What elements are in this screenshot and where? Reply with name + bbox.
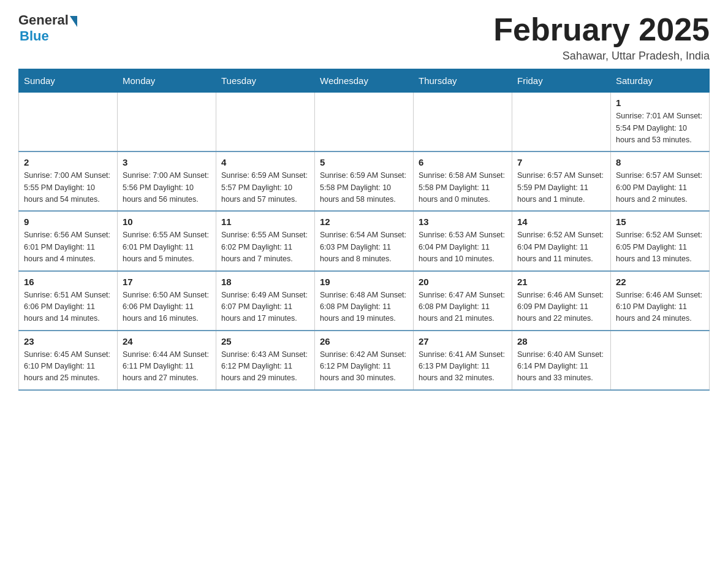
calendar-week-row: 9Sunrise: 6:56 AM Sunset: 6:01 PM Daylig… <box>19 211 710 270</box>
day-info: Sunrise: 6:52 AM Sunset: 6:05 PM Dayligh… <box>616 229 704 265</box>
day-info: Sunrise: 6:42 AM Sunset: 6:12 PM Dayligh… <box>320 349 408 385</box>
day-of-week-header: Wednesday <box>315 69 414 93</box>
day-info: Sunrise: 6:49 AM Sunset: 6:07 PM Dayligh… <box>221 289 309 325</box>
calendar-cell <box>216 93 315 152</box>
day-info: Sunrise: 6:59 AM Sunset: 5:58 PM Dayligh… <box>320 170 408 205</box>
day-info: Sunrise: 6:43 AM Sunset: 6:12 PM Dayligh… <box>221 349 309 385</box>
calendar-cell: 10Sunrise: 6:55 AM Sunset: 6:01 PM Dayli… <box>118 211 216 270</box>
calendar-cell: 26Sunrise: 6:42 AM Sunset: 6:12 PM Dayli… <box>315 331 414 390</box>
calendar-cell: 11Sunrise: 6:55 AM Sunset: 6:02 PM Dayli… <box>216 211 315 270</box>
logo: General Blue <box>18 12 77 44</box>
month-title: February 2025 <box>493 12 710 47</box>
day-info: Sunrise: 6:54 AM Sunset: 6:03 PM Dayligh… <box>320 229 408 265</box>
day-info: Sunrise: 6:44 AM Sunset: 6:11 PM Dayligh… <box>123 349 211 385</box>
calendar-cell: 3Sunrise: 7:00 AM Sunset: 5:56 PM Daylig… <box>118 151 216 211</box>
calendar-cell: 12Sunrise: 6:54 AM Sunset: 6:03 PM Dayli… <box>315 211 414 270</box>
day-info: Sunrise: 7:00 AM Sunset: 5:55 PM Dayligh… <box>24 170 112 205</box>
calendar-cell: 20Sunrise: 6:47 AM Sunset: 6:08 PM Dayli… <box>414 271 512 331</box>
day-number: 21 <box>517 277 605 287</box>
calendar-week-row: 1Sunrise: 7:01 AM Sunset: 5:54 PM Daylig… <box>19 93 710 152</box>
calendar-cell: 4Sunrise: 6:59 AM Sunset: 5:57 PM Daylig… <box>216 151 315 211</box>
logo-general-text: General <box>18 12 69 28</box>
calendar-cell: 21Sunrise: 6:46 AM Sunset: 6:09 PM Dayli… <box>512 271 611 331</box>
calendar-cell: 2Sunrise: 7:00 AM Sunset: 5:55 PM Daylig… <box>19 151 118 211</box>
day-info: Sunrise: 6:55 AM Sunset: 6:02 PM Dayligh… <box>221 229 309 265</box>
day-info: Sunrise: 6:56 AM Sunset: 6:01 PM Dayligh… <box>24 229 112 265</box>
day-info: Sunrise: 6:48 AM Sunset: 6:08 PM Dayligh… <box>320 289 408 325</box>
location-text: Sahawar, Uttar Pradesh, India <box>493 50 710 63</box>
day-number: 28 <box>517 336 605 347</box>
calendar-cell: 23Sunrise: 6:45 AM Sunset: 6:10 PM Dayli… <box>19 331 118 390</box>
calendar-cell: 19Sunrise: 6:48 AM Sunset: 6:08 PM Dayli… <box>315 271 414 331</box>
day-number: 17 <box>123 277 211 287</box>
calendar-cell: 15Sunrise: 6:52 AM Sunset: 6:05 PM Dayli… <box>611 211 710 270</box>
calendar-cell: 5Sunrise: 6:59 AM Sunset: 5:58 PM Daylig… <box>315 151 414 211</box>
day-info: Sunrise: 6:57 AM Sunset: 6:00 PM Dayligh… <box>616 170 704 205</box>
day-info: Sunrise: 7:00 AM Sunset: 5:56 PM Dayligh… <box>123 170 211 205</box>
day-info: Sunrise: 6:40 AM Sunset: 6:14 PM Dayligh… <box>517 349 605 385</box>
day-info: Sunrise: 6:41 AM Sunset: 6:13 PM Dayligh… <box>419 349 507 385</box>
day-info: Sunrise: 6:52 AM Sunset: 6:04 PM Dayligh… <box>517 229 605 265</box>
day-number: 2 <box>24 157 112 167</box>
calendar-cell: 7Sunrise: 6:57 AM Sunset: 5:59 PM Daylig… <box>512 151 611 211</box>
calendar-week-row: 2Sunrise: 7:00 AM Sunset: 5:55 PM Daylig… <box>19 151 710 211</box>
day-info: Sunrise: 6:57 AM Sunset: 5:59 PM Dayligh… <box>517 170 605 205</box>
calendar-cell: 18Sunrise: 6:49 AM Sunset: 6:07 PM Dayli… <box>216 271 315 331</box>
day-info: Sunrise: 6:47 AM Sunset: 6:08 PM Dayligh… <box>419 289 507 325</box>
calendar-cell: 1Sunrise: 7:01 AM Sunset: 5:54 PM Daylig… <box>611 93 710 152</box>
day-number: 25 <box>221 336 309 347</box>
day-number: 16 <box>24 277 112 287</box>
calendar-cell <box>512 93 611 152</box>
day-info: Sunrise: 6:51 AM Sunset: 6:06 PM Dayligh… <box>24 289 112 325</box>
day-number: 14 <box>517 216 605 227</box>
day-of-week-header: Tuesday <box>216 69 315 93</box>
day-number: 23 <box>24 336 112 347</box>
day-info: Sunrise: 6:46 AM Sunset: 6:10 PM Dayligh… <box>616 289 704 325</box>
day-number: 7 <box>517 157 605 167</box>
day-number: 6 <box>419 157 507 167</box>
calendar-cell <box>414 93 512 152</box>
calendar-week-row: 23Sunrise: 6:45 AM Sunset: 6:10 PM Dayli… <box>19 331 710 390</box>
day-number: 4 <box>221 157 309 167</box>
day-number: 13 <box>419 216 507 227</box>
calendar-cell <box>611 331 710 390</box>
calendar-header: SundayMondayTuesdayWednesdayThursdayFrid… <box>19 69 710 93</box>
calendar-cell: 16Sunrise: 6:51 AM Sunset: 6:06 PM Dayli… <box>19 271 118 331</box>
day-number: 19 <box>320 277 408 287</box>
day-number: 20 <box>419 277 507 287</box>
logo-triangle-icon <box>70 16 77 27</box>
day-of-week-header: Friday <box>512 69 611 93</box>
day-number: 27 <box>419 336 507 347</box>
calendar-cell: 8Sunrise: 6:57 AM Sunset: 6:00 PM Daylig… <box>611 151 710 211</box>
day-info: Sunrise: 6:55 AM Sunset: 6:01 PM Dayligh… <box>123 229 211 265</box>
calendar-week-row: 16Sunrise: 6:51 AM Sunset: 6:06 PM Dayli… <box>19 271 710 331</box>
calendar-cell <box>118 93 216 152</box>
day-number: 24 <box>123 336 211 347</box>
day-number: 11 <box>221 216 309 227</box>
page-header: General Blue February 2025 Sahawar, Utta… <box>18 12 710 63</box>
calendar-cell: 24Sunrise: 6:44 AM Sunset: 6:11 PM Dayli… <box>118 331 216 390</box>
calendar-cell <box>19 93 118 152</box>
day-of-week-header: Thursday <box>414 69 512 93</box>
day-info: Sunrise: 6:53 AM Sunset: 6:04 PM Dayligh… <box>419 229 507 265</box>
calendar-cell <box>315 93 414 152</box>
day-info: Sunrise: 6:50 AM Sunset: 6:06 PM Dayligh… <box>123 289 211 325</box>
day-number: 12 <box>320 216 408 227</box>
day-of-week-header: Sunday <box>19 69 118 93</box>
calendar-cell: 27Sunrise: 6:41 AM Sunset: 6:13 PM Dayli… <box>414 331 512 390</box>
calendar-cell: 9Sunrise: 6:56 AM Sunset: 6:01 PM Daylig… <box>19 211 118 270</box>
day-number: 26 <box>320 336 408 347</box>
day-number: 5 <box>320 157 408 167</box>
day-number: 10 <box>123 216 211 227</box>
calendar-cell: 6Sunrise: 6:58 AM Sunset: 5:58 PM Daylig… <box>414 151 512 211</box>
day-number: 15 <box>616 216 704 227</box>
day-info: Sunrise: 6:58 AM Sunset: 5:58 PM Dayligh… <box>419 170 507 205</box>
day-number: 3 <box>123 157 211 167</box>
day-number: 8 <box>616 157 704 167</box>
calendar-cell: 28Sunrise: 6:40 AM Sunset: 6:14 PM Dayli… <box>512 331 611 390</box>
calendar-body: 1Sunrise: 7:01 AM Sunset: 5:54 PM Daylig… <box>19 93 710 390</box>
day-of-week-header: Monday <box>118 69 216 93</box>
title-section: February 2025 Sahawar, Uttar Pradesh, In… <box>493 12 710 63</box>
calendar-cell: 25Sunrise: 6:43 AM Sunset: 6:12 PM Dayli… <box>216 331 315 390</box>
day-number: 9 <box>24 216 112 227</box>
